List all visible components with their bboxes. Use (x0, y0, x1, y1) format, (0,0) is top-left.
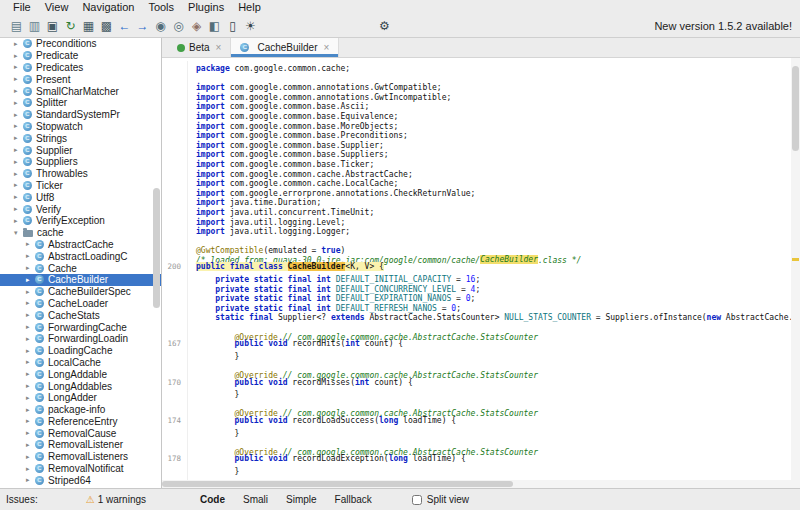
close-icon[interactable]: × (323, 42, 329, 53)
chevron-right-icon[interactable]: ▸ (26, 382, 35, 390)
chevron-right-icon[interactable]: ▸ (26, 347, 35, 355)
view-tab-simple[interactable]: Simple (286, 494, 317, 505)
sidebar-item-localcache[interactable]: ▸CLocalCache (0, 357, 161, 369)
chevron-right-icon[interactable]: ▸ (26, 252, 35, 260)
issues-label[interactable]: Issues: (6, 494, 38, 505)
chevron-right-icon[interactable]: ▸ (14, 146, 23, 154)
forward-icon[interactable]: → (134, 17, 151, 34)
tree-scrollbar[interactable] (153, 188, 160, 308)
sidebar-item-stopwatch[interactable]: ▸CStopwatch (0, 121, 161, 133)
sidebar-item-throwables[interactable]: ▸CThrowables (0, 168, 161, 180)
menu-tools[interactable]: Tools (141, 1, 181, 13)
sidebar-item-utf8[interactable]: ▸CUtf8 (0, 191, 161, 203)
chevron-right-icon[interactable]: ▸ (26, 276, 35, 284)
menu-file[interactable]: File (6, 1, 38, 13)
sidebar-item-longadder[interactable]: ▸CLongAdder (0, 392, 161, 404)
chevron-right-icon[interactable]: ▸ (14, 193, 23, 201)
sidebar-item-cacheloader[interactable]: ▸CCacheLoader (0, 298, 161, 310)
chevron-right-icon[interactable]: ▸ (26, 370, 35, 378)
back-icon[interactable]: ← (116, 17, 133, 34)
export-icon[interactable]: ▦ (80, 17, 97, 34)
sidebar-item-forwardingcache[interactable]: ▸CForwardingCache (0, 321, 161, 333)
menu-navigation[interactable]: Navigation (75, 1, 141, 13)
chevron-right-icon[interactable]: ▸ (14, 181, 23, 189)
chevron-right-icon[interactable]: ▸ (26, 311, 35, 319)
sidebar-item-loadingcache[interactable]: ▸CLoadingCache (0, 345, 161, 357)
chevron-right-icon[interactable]: ▸ (14, 75, 23, 83)
chevron-right-icon[interactable]: ▸ (14, 205, 23, 213)
sidebar-item-preconditions[interactable]: ▸CPreconditions (0, 38, 161, 50)
code-editor[interactable]: package com.google.common.cache;import c… (162, 58, 800, 480)
view-tab-smali[interactable]: Smali (243, 494, 268, 505)
chevron-right-icon[interactable]: ▸ (26, 417, 35, 425)
chevron-right-icon[interactable]: ▸ (14, 217, 23, 225)
close-icon[interactable]: × (216, 42, 222, 53)
editor-horizontal-scrollbar[interactable] (162, 480, 800, 488)
chevron-right-icon[interactable]: ▸ (26, 240, 35, 248)
theme-icon[interactable]: ☀ (242, 17, 259, 34)
chevron-right-icon[interactable]: ▸ (26, 323, 35, 331)
update-available-link[interactable]: New version 1.5.2 available! (654, 20, 792, 32)
menu-plugins[interactable]: Plugins (181, 1, 231, 13)
chevron-right-icon[interactable]: ▸ (14, 99, 23, 107)
chevron-right-icon[interactable]: ▸ (14, 170, 23, 178)
sidebar-item-smallcharmatcher[interactable]: ▸CSmallCharMatcher (0, 85, 161, 97)
reload-icon[interactable]: ↻ (62, 17, 79, 34)
sidebar-item-package-info[interactable]: ▸Cpackage-info (0, 404, 161, 416)
chevron-right-icon[interactable]: ▸ (14, 40, 23, 48)
chevron-right-icon[interactable]: ▸ (26, 394, 35, 402)
chevron-right-icon[interactable]: ▸ (14, 63, 23, 71)
chevron-right-icon[interactable]: ▸ (14, 122, 23, 130)
chevron-right-icon[interactable]: ▸ (26, 441, 35, 449)
sidebar-item-forwardingloadin[interactable]: ▸CForwardingLoadin (0, 333, 161, 345)
search-text-icon[interactable]: ◎ (170, 17, 187, 34)
chevron-right-icon[interactable]: ▸ (14, 111, 23, 119)
tab-beta[interactable]: Beta× (168, 38, 231, 57)
chevron-right-icon[interactable]: ▸ (14, 87, 23, 95)
sidebar-item-cachebuilderspec[interactable]: ▸CCacheBuilderSpec (0, 286, 161, 298)
sidebar-item-standardsystempr[interactable]: ▸CStandardSystemPr (0, 109, 161, 121)
sidebar-item-cache[interactable]: ▸CCache (0, 262, 161, 274)
view-tab-fallback[interactable]: Fallback (335, 494, 372, 505)
sidebar-item-cachestats[interactable]: ▸CCacheStats (0, 309, 161, 321)
sidebar-item-referenceentry[interactable]: ▸CReferenceEntry (0, 416, 161, 428)
open-files-icon[interactable]: ▤ (8, 17, 25, 34)
save-all-icon[interactable]: ▣ (44, 17, 61, 34)
menu-help[interactable]: Help (231, 1, 268, 13)
scrollbar-thumb[interactable] (792, 66, 799, 151)
settings-wrench-icon[interactable]: ⚙ (376, 17, 393, 34)
sidebar-item-removalcause[interactable]: ▸CRemovalCause (0, 427, 161, 439)
chevron-right-icon[interactable]: ▸ (26, 453, 35, 461)
chevron-right-icon[interactable]: ▸ (26, 299, 35, 307)
sidebar-item-predicates[interactable]: ▸CPredicates (0, 62, 161, 74)
sidebar-item-strings[interactable]: ▸CStrings (0, 132, 161, 144)
editor-vertical-scrollbar[interactable] (791, 58, 800, 480)
sidebar-item-suppliers[interactable]: ▸CSuppliers (0, 156, 161, 168)
flashlight-icon[interactable]: ◈ (188, 17, 205, 34)
chevron-right-icon[interactable]: ▸ (26, 476, 35, 484)
chevron-right-icon[interactable]: ▸ (14, 52, 23, 60)
device-icon[interactable]: ▯ (224, 17, 241, 34)
sidebar-item-removallistener[interactable]: ▸CRemovalListener (0, 439, 161, 451)
sidebar-item-ticker[interactable]: ▸CTicker (0, 180, 161, 192)
sidebar-item-present[interactable]: ▸CPresent (0, 73, 161, 85)
scrollbar-thumb[interactable] (162, 481, 513, 487)
chevron-right-icon[interactable]: ▸ (14, 134, 23, 142)
chevron-right-icon[interactable]: ▸ (26, 358, 35, 366)
menu-view[interactable]: View (38, 1, 76, 13)
sidebar-item-cache[interactable]: ▾cache (0, 227, 161, 239)
chevron-right-icon[interactable]: ▸ (26, 264, 35, 272)
sidebar-item-abstractloadingc[interactable]: ▸CAbstractLoadingC (0, 250, 161, 262)
add-files-icon[interactable]: ▥ (26, 17, 43, 34)
sidebar-item-verify[interactable]: ▸CVerify (0, 203, 161, 215)
chevron-right-icon[interactable]: ▸ (26, 406, 35, 414)
sidebar-item-longaddable[interactable]: ▸CLongAddable (0, 368, 161, 380)
sidebar-item-removallisteners[interactable]: ▸CRemovalListeners (0, 451, 161, 463)
sidebar-item-abstractcache[interactable]: ▸CAbstractCache (0, 239, 161, 251)
sidebar-item-predicate[interactable]: ▸CPredicate (0, 50, 161, 62)
tab-cachebuilder[interactable]: CCacheBuilder× (231, 38, 339, 57)
sidebar-item-striped64[interactable]: ▸CStriped64 (0, 474, 161, 486)
sidebar-item-supplier[interactable]: ▸CSupplier (0, 144, 161, 156)
chevron-right-icon[interactable]: ▸ (26, 288, 35, 296)
split-view-checkbox[interactable] (412, 495, 422, 505)
